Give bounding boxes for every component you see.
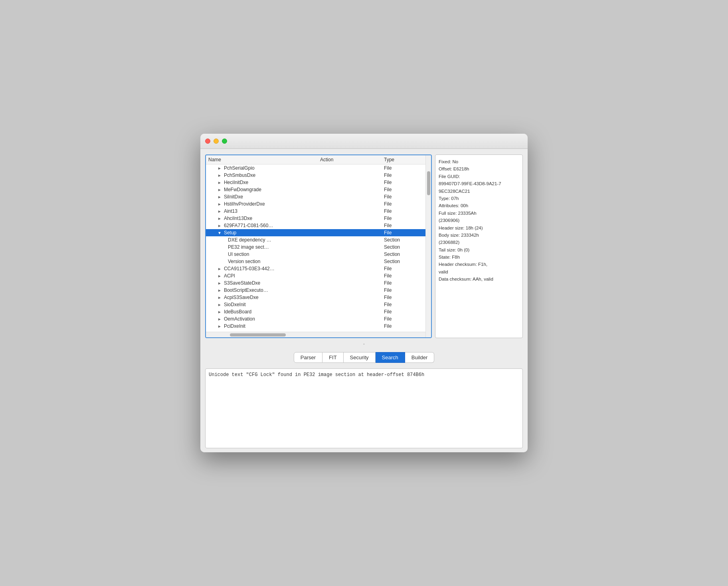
table-row[interactable]: ► HstiIhvProviderDxe File bbox=[206, 200, 425, 208]
row-name: ► CCA91175-03E3-442… bbox=[208, 266, 320, 271]
expand-icon[interactable]: ► bbox=[218, 209, 222, 214]
main-panels: Name Action Type ► PchSerialGpio File ► bbox=[205, 153, 523, 338]
expand-icon[interactable]: ► bbox=[218, 274, 222, 278]
expand-icon[interactable]: ► bbox=[218, 224, 222, 228]
expand-icon[interactable]: ► bbox=[218, 324, 222, 329]
table-row[interactable]: ► CCA91175-03E3-442… File bbox=[206, 265, 425, 272]
row-name: ► S3SaveStateDxe bbox=[208, 280, 320, 286]
expand-icon[interactable]: ► bbox=[218, 166, 222, 170]
table-row[interactable]: ► HeciInitDxe File bbox=[206, 179, 425, 186]
table-row[interactable]: ► Aint13 File bbox=[206, 208, 425, 215]
table-row[interactable]: ► AcpiS3SaveDxe File bbox=[206, 294, 425, 301]
expand-icon[interactable]: ► bbox=[218, 188, 222, 192]
expand-icon[interactable]: ► bbox=[218, 195, 222, 199]
row-name: ► SiInitDxe bbox=[208, 194, 320, 200]
minimize-button[interactable] bbox=[214, 139, 219, 144]
tab-security[interactable]: Security bbox=[344, 352, 376, 363]
expand-icon[interactable]: ► bbox=[218, 281, 222, 285]
row-type: File bbox=[384, 216, 423, 221]
row-type: File bbox=[384, 280, 423, 286]
row-type: Section bbox=[384, 251, 423, 257]
row-name-text: SioDxeInit bbox=[224, 302, 246, 307]
table-row[interactable]: PE32 image sect… Section bbox=[206, 244, 425, 251]
row-name: ► AcpiS3SaveDxe bbox=[208, 295, 320, 300]
expand-icon[interactable]: ► bbox=[218, 173, 222, 178]
row-name: ► SioDxeInit bbox=[208, 302, 320, 307]
table-row[interactable]: ► OemActivation File bbox=[206, 315, 425, 323]
row-type: File bbox=[384, 287, 423, 293]
row-name: ► ACPI bbox=[208, 273, 320, 279]
row-name: PE32 image sect… bbox=[208, 244, 320, 250]
table-row[interactable]: ► IdeBusBoard File bbox=[206, 308, 425, 315]
row-name: ► AhciInt13Dxe bbox=[208, 216, 320, 221]
expand-icon[interactable]: ► bbox=[218, 202, 222, 206]
expand-icon[interactable]: ▼ bbox=[218, 231, 222, 235]
expand-icon[interactable]: ► bbox=[218, 303, 222, 307]
tab-bar: ParserFITSecuritySearchBuilder bbox=[205, 350, 523, 365]
content-area: Name Action Type ► PchSerialGpio File ► bbox=[200, 149, 528, 452]
expand-icon[interactable]: ► bbox=[218, 310, 222, 314]
tab-search[interactable]: Search bbox=[376, 352, 405, 363]
expand-icon[interactable]: ► bbox=[218, 288, 222, 293]
row-name-text: AcpiS3SaveDxe bbox=[224, 295, 259, 300]
horizontal-scrollbar[interactable] bbox=[206, 332, 425, 337]
tree-wrapper: Name Action Type ► PchSerialGpio File ► bbox=[205, 154, 432, 338]
table-row[interactable]: ► PchSerialGpio File bbox=[206, 164, 425, 172]
row-name-text: OemActivation bbox=[224, 316, 255, 322]
row-name-text: ACPI bbox=[224, 273, 235, 279]
expand-icon[interactable]: ► bbox=[218, 216, 222, 221]
row-type: File bbox=[384, 223, 423, 228]
row-name-text: S3SaveStateDxe bbox=[224, 280, 260, 286]
tab-fit[interactable]: FIT bbox=[322, 352, 344, 363]
tree-body[interactable]: ► PchSerialGpio File ► PchSmbusDxe File … bbox=[206, 164, 425, 332]
table-row[interactable]: ► MeFwDowngrade File bbox=[206, 186, 425, 193]
row-name-text: Aint13 bbox=[224, 208, 237, 214]
vertical-scrollbar[interactable] bbox=[425, 155, 431, 337]
table-row[interactable]: ► PciDxeInit File bbox=[206, 323, 425, 330]
row-type: File bbox=[384, 165, 423, 171]
close-button[interactable] bbox=[205, 139, 210, 144]
row-name-text: MeFwDowngrade bbox=[224, 187, 261, 192]
expand-icon[interactable]: ► bbox=[218, 267, 222, 271]
table-row[interactable]: ► PchSmbusDxe File bbox=[206, 172, 425, 179]
maximize-button[interactable] bbox=[222, 139, 227, 144]
info-panel: Fixed: No Offset: E6218h File GUID: 8994… bbox=[435, 153, 523, 338]
row-type: File bbox=[384, 295, 423, 300]
expand-icon[interactable]: ► bbox=[218, 317, 222, 321]
row-type: File bbox=[384, 273, 423, 279]
table-row[interactable]: ▼ Setup File bbox=[206, 229, 425, 236]
row-name-text: HstiIhvProviderDxe bbox=[224, 201, 265, 207]
table-row[interactable]: ► BootScriptExecuto… File bbox=[206, 287, 425, 294]
row-name: Version section bbox=[208, 259, 320, 264]
table-row[interactable]: DXE dependency … Section bbox=[206, 236, 425, 244]
row-type: File bbox=[384, 316, 423, 322]
row-type: Section bbox=[384, 244, 423, 250]
table-row[interactable]: UI section Section bbox=[206, 251, 425, 258]
row-name-text: IdeBusBoard bbox=[224, 309, 251, 315]
table-row[interactable]: ► ACPI File bbox=[206, 272, 425, 279]
table-row[interactable]: ► S3SaveStateDxe File bbox=[206, 279, 425, 287]
table-row[interactable]: ► 629FA771-C081-560… File bbox=[206, 222, 425, 229]
row-name: ► MeFwDowngrade bbox=[208, 187, 320, 192]
row-type: File bbox=[384, 194, 423, 200]
table-row[interactable]: ► AhciInt13Dxe File bbox=[206, 215, 425, 222]
row-name: ► HeciInitDxe bbox=[208, 180, 320, 185]
row-name: ► HstiIhvProviderDxe bbox=[208, 201, 320, 207]
row-name: ► IdeBusBoard bbox=[208, 309, 320, 315]
titlebar bbox=[200, 134, 528, 149]
row-type: File bbox=[384, 266, 423, 271]
table-row[interactable]: Version section Section bbox=[206, 258, 425, 265]
expand-icon[interactable]: ► bbox=[218, 180, 222, 185]
tab-parser[interactable]: Parser bbox=[294, 352, 322, 363]
row-name: ► BootScriptExecuto… bbox=[208, 287, 320, 293]
row-name: UI section bbox=[208, 251, 320, 257]
row-name: ► PchSmbusDxe bbox=[208, 172, 320, 178]
row-name-text: PciDxeInit bbox=[224, 323, 245, 329]
row-name-text: Version section bbox=[228, 259, 260, 264]
expand-icon[interactable]: ► bbox=[218, 295, 222, 300]
bottom-dot: • bbox=[205, 341, 523, 346]
table-row[interactable]: ► SiInitDxe File bbox=[206, 193, 425, 200]
tab-builder[interactable]: Builder bbox=[405, 352, 434, 363]
row-type: Section bbox=[384, 237, 423, 243]
table-row[interactable]: ► SioDxeInit File bbox=[206, 301, 425, 308]
